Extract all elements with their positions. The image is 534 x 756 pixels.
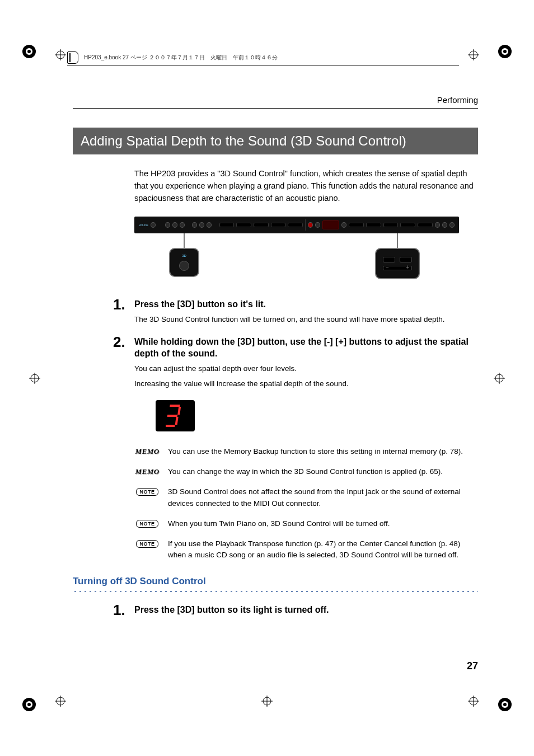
svg-point-2 [27,50,31,53]
crop-mark-icon [55,696,66,707]
note-badge: NOTE [136,488,158,496]
crop-mark-icon [21,697,37,712]
callout-plus-minus [375,248,420,279]
memo-badge: MEMO [135,467,159,476]
step-heading: While holding down the [3D] button, use … [134,336,478,360]
svg-rect-34 [167,415,178,417]
next-icon [400,257,412,262]
svg-point-11 [503,703,507,706]
step-body-line: Increasing the value will increase the s… [134,378,478,390]
prev-icon [383,257,395,262]
svg-rect-36 [177,407,181,415]
note-row: NOTE If you use the Playback Transpose f… [134,538,478,561]
dotted-rule [73,590,478,593]
step-heading: Press the [3D] button so it's lit. [134,298,478,311]
svg-rect-37 [175,417,179,425]
callout-3d-button: 3D [169,248,199,277]
note-text: If you use the Playback Transpose functi… [168,538,478,561]
intro-text: The HP203 provides a "3D Sound Control" … [134,168,478,204]
step-body-line: You can adjust the spatial depth over fo… [134,363,478,375]
note-row: NOTE When you turn Twin Piano on, 3D Sou… [134,518,478,529]
print-header-text: HP203_e.book 27 ページ ２００７年７月１７日 火曜日 午前１０時… [84,54,278,62]
step-2: 2. While holding down the [3D] button, u… [113,336,478,431]
step-number: 2. [113,334,125,351]
note-badge: NOTE [136,540,158,548]
crop-mark-icon [261,696,273,707]
svg-rect-35 [166,425,175,427]
step-number: 1. [113,602,125,619]
crop-mark-icon [468,696,479,707]
callout-lead [184,233,185,248]
panel-figure: Volume [134,217,459,279]
step-heading: Press the [3D] button so its light is tu… [134,604,478,616]
page-number: 27 [467,660,478,672]
svg-point-5 [503,50,507,53]
crop-mark-icon [494,373,505,384]
content-area: Performing Adding Spatial Depth to the S… [73,95,478,672]
plus-minus-icon [383,266,412,270]
panel-strip: Volume [134,217,459,233]
crop-mark-icon [468,49,479,60]
step-number: 1. [113,296,125,313]
page: HP203_e.book 27 ページ ２００７年７月１７日 火曜日 午前１０時… [0,0,534,756]
intro-block: The HP203 provides a "3D Sound Control" … [134,168,478,279]
top-rule [73,108,478,109]
knob-icon [179,261,189,271]
note-text: When you turn Twin Piano on, 3D Sound Co… [168,518,390,529]
memo-row: MEMO You can use the Memory Backup funct… [134,446,478,457]
crop-mark-icon [21,44,37,59]
notes-block: MEMO You can use the Memory Backup funct… [134,446,478,561]
note-row: NOTE 3D Sound Control does not affect th… [134,486,478,509]
memo-text: You can use the Memory Backup function t… [168,446,463,457]
print-header: HP203_e.book 27 ページ ２００７年７月１７日 火曜日 午前１０時… [67,51,459,65]
step-1: 1. Press the [3D] button so it's lit. Th… [113,298,478,326]
book-spine-icon [67,51,78,64]
section-title: Adding Spatial Depth to the Sound (3D So… [73,128,478,154]
callout-lead [397,233,398,248]
memo-row: MEMO You can change the way in which the… [134,466,478,477]
step-body-line: The 3D Sound Control function will be tu… [134,314,478,326]
svg-rect-33 [170,405,180,407]
crop-mark-icon [497,44,513,59]
svg-point-8 [27,703,31,706]
memo-badge: MEMO [135,447,159,456]
crop-mark-icon [29,373,40,384]
note-badge: NOTE [136,520,158,528]
crop-mark-icon [497,697,513,712]
sub-step-1: 1. Press the [3D] button so its light is… [113,604,478,616]
seven-segment-3-icon [166,403,185,428]
sub-heading: Turning off 3D Sound Control [73,576,478,587]
note-text: 3D Sound Control does not affect the sou… [168,486,478,509]
memo-text: You can change the way in which the 3D S… [168,466,443,477]
crop-mark-icon [55,49,66,60]
running-head: Performing [73,95,478,105]
seven-segment-figure [156,400,195,431]
